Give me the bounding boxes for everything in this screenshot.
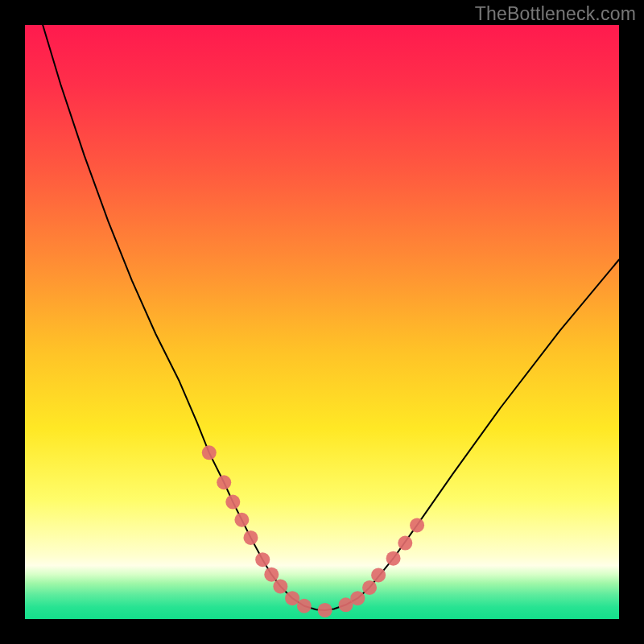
data-point xyxy=(318,603,332,617)
data-point xyxy=(371,568,386,582)
data-point xyxy=(225,495,240,510)
data-point xyxy=(202,445,217,460)
data-point xyxy=(285,591,299,605)
chart-frame: TheBottleneck.com xyxy=(0,0,644,644)
data-point xyxy=(234,513,249,527)
chart-overlay xyxy=(25,25,619,619)
data-point xyxy=(410,518,424,532)
data-point xyxy=(350,591,365,605)
data-point xyxy=(386,551,401,566)
data-point xyxy=(217,475,231,489)
data-point xyxy=(273,579,287,593)
watermark-text: TheBottleneck.com xyxy=(475,3,636,25)
bottleneck-curve xyxy=(43,25,619,610)
data-point xyxy=(297,599,312,613)
data-point xyxy=(264,568,279,582)
data-point xyxy=(255,552,270,567)
data-point-markers xyxy=(202,445,424,617)
data-point xyxy=(243,530,258,545)
data-point xyxy=(398,536,412,551)
data-point xyxy=(362,580,377,595)
